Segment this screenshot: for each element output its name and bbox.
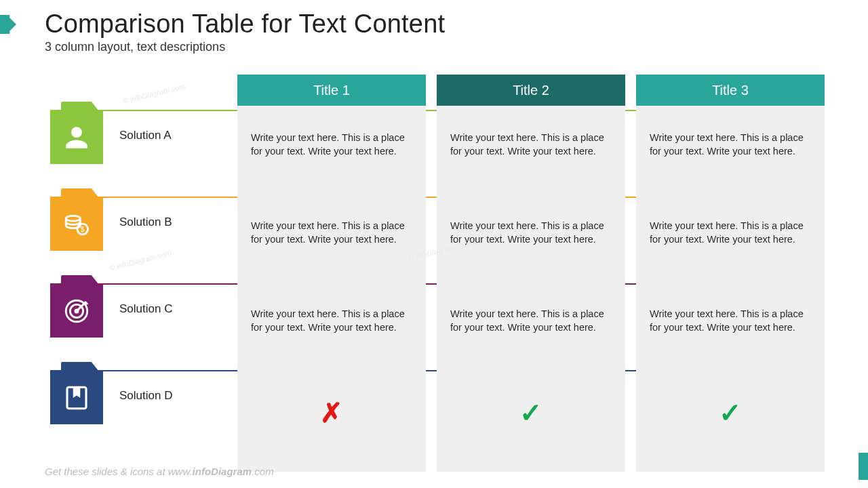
page-subtitle: 3 column layout, text descriptions <box>45 40 445 54</box>
solution-label: Solution B <box>119 216 172 229</box>
cell-text: Write your text here. This is a place fo… <box>450 220 612 246</box>
column-title: Title 3 <box>636 75 825 106</box>
column-title: Title 2 <box>437 75 625 106</box>
solution-row: Solution D <box>50 370 240 457</box>
accent-right-shape <box>859 453 868 480</box>
target-icon <box>50 285 103 338</box>
footer-credit: Get these slides & icons at www.infoDiag… <box>45 466 274 477</box>
solution-row: $ Solution B <box>50 197 240 283</box>
cell-text: Write your text here. This is a place fo… <box>251 220 412 246</box>
column-body: Write your text here. This is a place fo… <box>437 106 625 472</box>
column-title: Title 1 <box>237 75 426 106</box>
column-body: Write your text here. This is a place fo… <box>237 106 426 472</box>
cell-text: Write your text here. This is a place fo… <box>251 131 412 158</box>
comparison-column: Title 2Write your text here. This is a p… <box>437 75 625 472</box>
solution-row: Solution C <box>50 283 240 370</box>
column-body: Write your text here. This is a place fo… <box>636 106 825 472</box>
solution-label: Solution C <box>119 302 172 316</box>
cell-text: Write your text here. This is a place fo… <box>650 308 811 334</box>
person-icon <box>50 111 103 164</box>
check-icon: ✓ <box>437 397 625 428</box>
cell-text: Write your text here. This is a place fo… <box>650 131 811 158</box>
coins-icon: $ <box>50 198 103 251</box>
cell-text: Write your text here. This is a place fo… <box>450 308 612 334</box>
cell-text: Write your text here. This is a place fo… <box>650 220 811 246</box>
comparison-column: Title 3Write your text here. This is a p… <box>636 75 825 472</box>
cross-icon: ✗ <box>237 397 426 428</box>
svg-text:$: $ <box>81 225 85 233</box>
svg-point-0 <box>66 216 80 221</box>
accent-left-shape <box>0 15 9 34</box>
watermark: © infoDiagram.com <box>122 82 186 105</box>
row-tab-shape <box>61 102 99 111</box>
solution-row: Solution A <box>50 110 240 197</box>
check-icon: ✓ <box>636 397 825 428</box>
page-title: Comparison Table for Text Content <box>45 9 445 39</box>
solution-label: Solution D <box>119 389 172 403</box>
comparison-column: Title 1Write your text here. This is a p… <box>237 75 426 472</box>
cell-text: Write your text here. This is a place fo… <box>251 308 412 334</box>
cell-text: Write your text here. This is a place fo… <box>450 131 612 158</box>
bookmark-icon <box>50 371 103 424</box>
solution-label: Solution A <box>119 129 172 142</box>
